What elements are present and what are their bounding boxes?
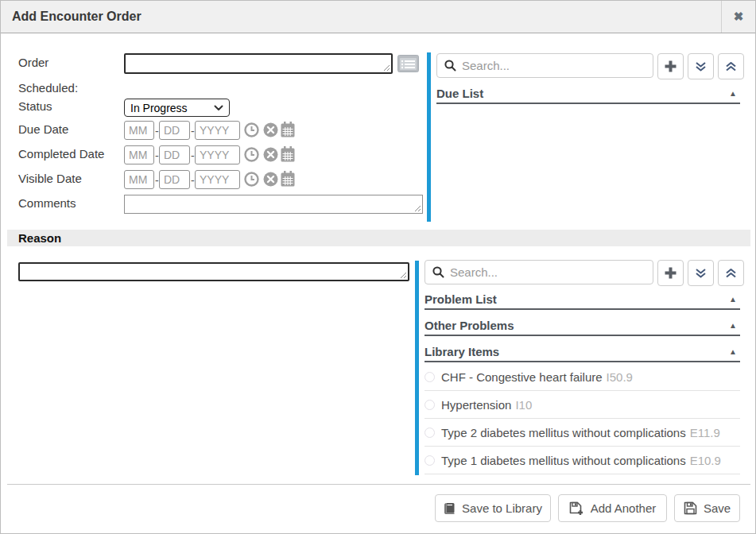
visible-date-month-input[interactable]: [124, 170, 154, 189]
due-date-year-input[interactable]: [195, 121, 240, 140]
double-chevron-down-icon: [695, 268, 707, 279]
comments-input[interactable]: [124, 195, 423, 214]
close-button[interactable]: ✖: [721, 1, 755, 33]
order-input[interactable]: [124, 53, 393, 74]
resize-handle-icon: [383, 64, 390, 72]
collapse-arrow-icon: ▲: [729, 295, 737, 304]
library-item-code: E11.9: [690, 426, 720, 439]
dialog-title: Add Encounter Order: [12, 10, 142, 24]
completed-date-label: Completed Date: [18, 147, 104, 161]
other-problems-title: Other Problems: [425, 319, 514, 332]
problem-list-section-header[interactable]: Problem List ▲: [425, 292, 737, 306]
radio-icon[interactable]: [425, 400, 435, 410]
library-item[interactable]: Type 1 diabetes mellitus without complic…: [425, 447, 740, 474]
collapse-arrow-icon: ▲: [729, 89, 737, 98]
resize-handle-icon: [414, 205, 421, 212]
save-to-library-button[interactable]: Save to Library: [435, 494, 551, 522]
due-date-label: Due Date: [18, 122, 68, 136]
chevron-down-icon: [214, 105, 223, 111]
due-date-calendar-icon[interactable]: [281, 122, 295, 141]
radio-icon[interactable]: [425, 455, 435, 466]
visible-date-year-input[interactable]: [195, 170, 240, 189]
problem-add-button[interactable]: [657, 260, 684, 286]
plus-icon: [664, 60, 677, 73]
completed-date-clear-icon[interactable]: [263, 147, 278, 165]
library-item[interactable]: Type 2 diabetes mellitus without complic…: [425, 419, 740, 447]
add-another-button[interactable]: Add Another: [558, 494, 667, 522]
library-item-name: Type 2 diabetes mellitus without complic…: [441, 426, 686, 439]
save-to-library-label: Save to Library: [462, 501, 542, 515]
reason-section-header: Reason: [7, 230, 750, 246]
library-item-code: E10.9: [690, 454, 721, 467]
date-separator: -: [191, 174, 195, 187]
reason-input[interactable]: [18, 262, 409, 281]
visible-date-time-icon[interactable]: [244, 172, 259, 190]
problem-search-input[interactable]: [450, 265, 653, 279]
other-problems-rule: [425, 335, 740, 336]
due-search-input[interactable]: [462, 59, 653, 72]
status-label: Status: [18, 99, 52, 113]
close-icon: ✖: [734, 10, 744, 24]
due-date-month-input[interactable]: [124, 121, 154, 140]
dialog-titlebar: Add Encounter Order: [1, 1, 755, 33]
completed-date-month-input[interactable]: [124, 145, 154, 164]
other-problems-section-header[interactable]: Other Problems ▲: [425, 319, 737, 332]
problem-expand-all-button[interactable]: [688, 260, 714, 286]
radio-icon[interactable]: [425, 428, 435, 438]
due-date-clear-icon[interactable]: [263, 122, 278, 141]
library-items-title: Library Items: [425, 345, 499, 358]
order-list-icon[interactable]: [397, 55, 419, 75]
status-selected-value: In Progress: [130, 102, 214, 114]
due-search-box: [436, 53, 653, 78]
problem-search-box: [425, 260, 653, 284]
problem-collapse-all-button[interactable]: [718, 260, 744, 286]
due-date-day-input[interactable]: [159, 121, 190, 140]
library-items-section-header[interactable]: Library Items ▲: [425, 345, 737, 358]
due-collapse-all-button[interactable]: [718, 53, 744, 79]
visible-date-day-input[interactable]: [159, 170, 190, 189]
double-chevron-up-icon: [725, 268, 737, 279]
save-plus-icon: [569, 501, 584, 516]
library-item[interactable]: CHF - Congestive heart failure I50.9: [425, 363, 740, 391]
library-item-name: CHF - Congestive heart failure: [441, 370, 603, 384]
due-add-button[interactable]: [657, 53, 684, 79]
footer-divider: [7, 484, 750, 485]
status-select[interactable]: In Progress: [124, 99, 230, 117]
problem-panel-accent-bar: [415, 261, 419, 475]
due-panel-accent-bar: [427, 52, 431, 222]
due-expand-all-button[interactable]: [688, 53, 714, 79]
visible-date-calendar-icon[interactable]: [281, 171, 295, 190]
radio-icon[interactable]: [425, 372, 435, 382]
library-item-code: I10: [515, 398, 532, 412]
due-list-section-header[interactable]: Due List ▲: [436, 87, 737, 100]
resize-handle-icon: [400, 272, 407, 279]
add-another-label: Add Another: [591, 501, 657, 515]
order-label: Order: [18, 56, 48, 69]
date-separator: -: [191, 149, 195, 162]
plus-icon: [664, 266, 677, 280]
completed-date-calendar-icon[interactable]: [281, 146, 295, 165]
collapse-arrow-icon: ▲: [729, 347, 737, 356]
date-separator: -: [155, 125, 159, 137]
date-separator: -: [155, 174, 159, 187]
due-list-rule: [436, 103, 740, 104]
double-chevron-up-icon: [725, 61, 737, 72]
completed-date-day-input[interactable]: [159, 145, 190, 164]
search-icon: [444, 60, 456, 72]
library-item-name: Type 1 diabetes mellitus without complic…: [441, 454, 686, 467]
collapse-arrow-icon: ▲: [729, 321, 737, 330]
search-icon: [432, 266, 444, 278]
due-date-time-icon[interactable]: [244, 122, 259, 141]
save-button[interactable]: Save: [674, 494, 740, 522]
library-item-code: I50.9: [607, 370, 633, 384]
date-separator: -: [191, 125, 195, 137]
visible-date-clear-icon[interactable]: [263, 172, 278, 190]
completed-date-year-input[interactable]: [195, 145, 240, 164]
save-button-label: Save: [704, 501, 731, 515]
save-icon: [684, 501, 697, 515]
completed-date-time-icon[interactable]: [244, 147, 259, 165]
library-item[interactable]: Hypertension I10: [425, 391, 740, 419]
add-encounter-order-dialog: Add Encounter Order ✖ Order Scheduled: S…: [0, 0, 756, 534]
visible-date-label: Visible Date: [18, 172, 82, 185]
library-items-rule: [425, 361, 740, 362]
